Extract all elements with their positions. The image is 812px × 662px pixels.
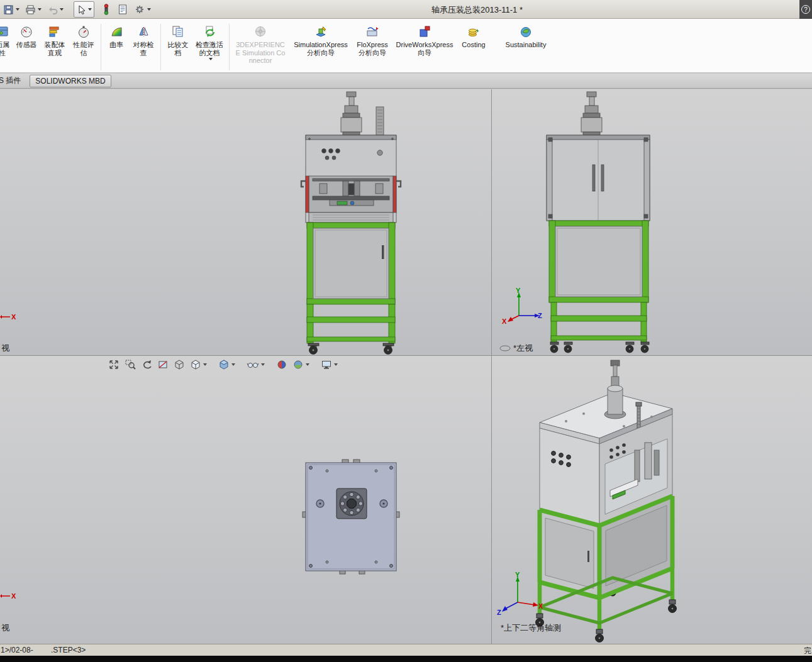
display-style-caret[interactable] (231, 363, 235, 366)
hide-show-items-icon (247, 359, 259, 370)
ribbon-face-properties-button[interactable]: 面属性 (0, 22, 13, 57)
taskbar-strip (0, 656, 812, 662)
print-button[interactable] (23, 1, 43, 18)
select-dropdown-caret[interactable] (88, 8, 92, 11)
display-style-icon (218, 359, 230, 370)
svg-text:Z: Z (538, 312, 542, 319)
view-settings-button[interactable] (320, 358, 339, 372)
annotation-views-icon (174, 359, 185, 370)
iso-cylinder[interactable] (604, 360, 626, 419)
select-tool-button[interactable] (74, 1, 94, 18)
section-view-button[interactable] (156, 358, 170, 372)
selection-filter-icon (101, 4, 111, 15)
viewport-left[interactable]: Y Z X *左视 (492, 89, 812, 355)
reference-triad: Y X Z (497, 571, 543, 616)
document-properties-button[interactable] (115, 1, 130, 18)
tab-solidworks-mbd[interactable]: SOLIDWORKS MBD (30, 75, 111, 87)
ribbon-curvature-button[interactable]: 曲率 (104, 22, 129, 49)
ribbon-simulationxpress-button[interactable]: SimulationXpress 分析向导 (289, 22, 353, 57)
ribbon-3dexperience-connector-button: 3DEXPERIENCE Simulation Connector (232, 22, 289, 65)
ribbon-performance-evaluation-button[interactable]: 性能评估 (69, 22, 98, 57)
view-orientation-caret[interactable] (203, 363, 207, 366)
print-icon (25, 4, 36, 15)
ribbon-separator (160, 24, 161, 70)
selection-filter-button[interactable] (99, 1, 113, 18)
viewport-top[interactable]: X 视 (0, 356, 491, 644)
options-button[interactable] (132, 1, 153, 18)
edit-appearance-button[interactable] (275, 358, 289, 372)
document-title: 轴承压装总装2013-11-1 * (431, 4, 523, 16)
ribbon-check-active-document-button[interactable]: 检查激活的文档 (192, 22, 226, 60)
ribbon-floxpress-button[interactable]: FloXpress 分析向导 (353, 22, 392, 57)
left-legs[interactable] (551, 302, 647, 342)
ribbon-symmetry-check-button[interactable]: 对称检查 (129, 22, 158, 57)
save-icon (3, 4, 14, 15)
front-upper-cabinet[interactable] (301, 135, 401, 223)
hide-show-items-button[interactable] (245, 358, 266, 372)
viewport-front-label: 视 (1, 343, 9, 354)
help-button[interactable]: ? (799, 0, 812, 19)
3dexperience-connector-icon (253, 24, 268, 39)
options-dropdown-caret[interactable] (147, 8, 151, 11)
tab-addins[interactable]: S 插件 (0, 74, 26, 87)
ribbon-sensor-button[interactable]: 传感器 (13, 22, 40, 49)
apply-scene-caret[interactable] (306, 363, 309, 366)
top-view-model[interactable]: X (0, 356, 491, 644)
left-view-model[interactable]: Y Z X (492, 89, 812, 355)
x-axis-indicator: X (0, 592, 16, 600)
left-cylinder[interactable] (581, 92, 602, 135)
svg-text:Y: Y (515, 571, 520, 578)
viewport-top-label: 视 (1, 622, 9, 634)
isometric-view-model[interactable]: Y X Z (492, 356, 812, 644)
solidworks-window: 轴承压装总装2013-11-1 * ? 面属性 传感器 装配体直观 性能评估 曲… (0, 0, 812, 662)
front-cylinder[interactable] (341, 92, 384, 135)
annotation-views-button[interactable] (172, 358, 186, 372)
section-view-icon (157, 359, 169, 370)
front-legs[interactable] (307, 304, 395, 343)
front-casters[interactable] (308, 343, 394, 355)
reference-triad: Y Z X (502, 287, 542, 325)
ribbon-driveworksxpress-button[interactable]: DriveWorksXpress 向导 (392, 22, 457, 57)
performance-evaluation-icon (76, 24, 91, 39)
status-file-text: .STEP<3> (51, 646, 86, 654)
viewport-front[interactable]: X 视 (0, 89, 491, 355)
ribbon-compare-documents-button[interactable]: 比较文档 (164, 22, 192, 57)
zoom-area-button[interactable] (123, 358, 137, 372)
ribbon-costing-button[interactable]: Costing (457, 22, 490, 49)
ribbon-assembly-visualization-button[interactable]: 装配体直观 (40, 22, 69, 57)
top-center-flange[interactable] (336, 488, 367, 519)
print-dropdown-caret[interactable] (38, 8, 42, 11)
left-casters[interactable] (550, 342, 649, 353)
check-active-document-dropdown-caret[interactable] (209, 58, 213, 60)
undo-dropdown-caret[interactable] (60, 8, 64, 11)
costing-icon (466, 24, 481, 39)
view-orientation-button[interactable] (189, 358, 208, 372)
svg-text:X: X (538, 602, 543, 610)
ribbon-sustainability-button[interactable]: Sustainability (501, 22, 550, 49)
title-bar: 轴承压装总装2013-11-1 * ? (0, 0, 812, 19)
left-upper-cabinet[interactable] (547, 135, 650, 221)
sustainability-icon (518, 24, 533, 39)
front-view-model[interactable]: X (0, 89, 491, 355)
document-properties-icon (117, 4, 128, 15)
status-selection-text: 1>/02-08- (1, 646, 33, 654)
undo-button[interactable] (45, 1, 65, 18)
options-gear-icon (134, 4, 145, 15)
hide-show-items-caret[interactable] (261, 363, 265, 366)
viewport-isometric[interactable]: Y X Z *上下二等角轴测 (492, 356, 812, 644)
svg-text:Z: Z (497, 609, 501, 616)
display-style-button[interactable] (217, 358, 236, 372)
status-bar: 1>/02-08- .STEP<3> 完 (0, 644, 812, 656)
view-settings-caret[interactable] (334, 363, 338, 366)
driveworksxpress-icon (417, 24, 432, 39)
quick-access-toolbar (1, 0, 155, 19)
save-dropdown-caret[interactable] (16, 8, 19, 11)
viewport-left-label: *左视 (499, 343, 533, 354)
previous-view-button[interactable] (140, 358, 153, 372)
view-orientation-icon (190, 359, 201, 370)
apply-scene-button[interactable] (291, 358, 311, 372)
curvature-icon (109, 24, 124, 39)
zoom-fit-button[interactable] (107, 358, 121, 372)
check-active-document-icon (202, 24, 217, 39)
save-button[interactable] (1, 1, 21, 18)
